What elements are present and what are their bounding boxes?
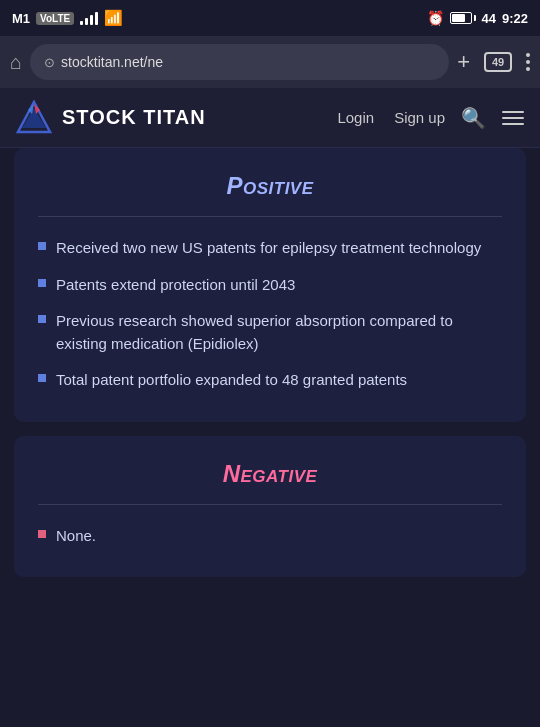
signal-bar-2 <box>85 18 88 25</box>
positive-divider <box>38 216 502 217</box>
login-link[interactable]: Login <box>337 109 374 126</box>
list-item: Patents extend protection until 2043 <box>38 274 502 297</box>
list-item: None. <box>38 525 502 548</box>
battery-percent: 44 <box>482 11 496 26</box>
bullet-square-3 <box>38 315 46 323</box>
negative-divider <box>38 504 502 505</box>
bullet-square-1 <box>38 242 46 250</box>
url-bar[interactable]: ⊙ stocktitan.net/ne <box>30 44 449 80</box>
wifi-icon: 📶 <box>104 9 123 27</box>
status-bar: M1 VoLTE 📶 ⏰ 44 9:22 <box>0 0 540 36</box>
list-item: Previous research showed superior absorp… <box>38 310 502 355</box>
alarm-icon: ⏰ <box>427 10 444 26</box>
tab-switcher-button[interactable]: 49 <box>484 52 512 72</box>
carrier-name: M1 <box>12 11 30 26</box>
url-security-icon: ⊙ <box>44 55 55 70</box>
more-dot-1 <box>526 53 530 57</box>
signal-bars <box>80 11 98 25</box>
status-right: ⏰ 44 9:22 <box>427 10 529 26</box>
negative-title: Negative <box>38 460 502 488</box>
bullet-square-neg-1 <box>38 530 46 538</box>
positive-item-4: Total patent portfolio expanded to 48 gr… <box>56 369 407 392</box>
signal-bar-1 <box>80 21 83 25</box>
positive-item-1: Received two new US patents for epilepsy… <box>56 237 481 260</box>
bullet-square-4 <box>38 374 46 382</box>
new-tab-button[interactable]: + <box>457 49 470 75</box>
time: 9:22 <box>502 11 528 26</box>
menu-button[interactable] <box>502 111 524 125</box>
negative-item-1: None. <box>56 525 96 548</box>
more-dot-2 <box>526 60 530 64</box>
hamburger-line-1 <box>502 111 524 113</box>
browser-actions: + 49 <box>457 49 530 75</box>
url-text: stocktitan.net/ne <box>61 54 163 70</box>
hamburger-line-3 <box>502 123 524 125</box>
positive-section: Positive Received two new US patents for… <box>14 148 526 422</box>
positive-item-3: Previous research showed superior absorp… <box>56 310 502 355</box>
list-item: Received two new US patents for epilepsy… <box>38 237 502 260</box>
logo-container: STOCK TITAN <box>16 100 337 136</box>
page-content: Positive Received two new US patents for… <box>0 148 540 577</box>
signup-link[interactable]: Sign up <box>394 109 445 126</box>
status-left: M1 VoLTE 📶 <box>12 9 123 27</box>
bullet-square-2 <box>38 279 46 287</box>
positive-item-2: Patents extend protection until 2043 <box>56 274 295 297</box>
signal-bar-3 <box>90 15 93 25</box>
volte-badge: VoLTE <box>36 12 74 25</box>
negative-section: Negative None. <box>14 436 526 578</box>
home-icon[interactable]: ⌂ <box>10 51 22 74</box>
search-icon[interactable]: 🔍 <box>461 106 486 130</box>
more-dot-3 <box>526 67 530 71</box>
more-menu-button[interactable] <box>526 53 530 71</box>
hamburger-line-2 <box>502 117 524 119</box>
nav-bar: STOCK TITAN Login Sign up 🔍 <box>0 88 540 148</box>
logo-icon <box>16 100 52 136</box>
nav-links: Login Sign up <box>337 109 445 126</box>
positive-title: Positive <box>38 172 502 200</box>
battery-indicator <box>450 12 476 24</box>
list-item: Total patent portfolio expanded to 48 gr… <box>38 369 502 392</box>
signal-bar-4 <box>95 12 98 25</box>
browser-bar: ⌂ ⊙ stocktitan.net/ne + 49 <box>0 36 540 88</box>
positive-list: Received two new US patents for epilepsy… <box>38 237 502 392</box>
nav-icons: 🔍 <box>461 106 524 130</box>
logo-text: STOCK TITAN <box>62 106 206 129</box>
negative-list: None. <box>38 525 502 548</box>
